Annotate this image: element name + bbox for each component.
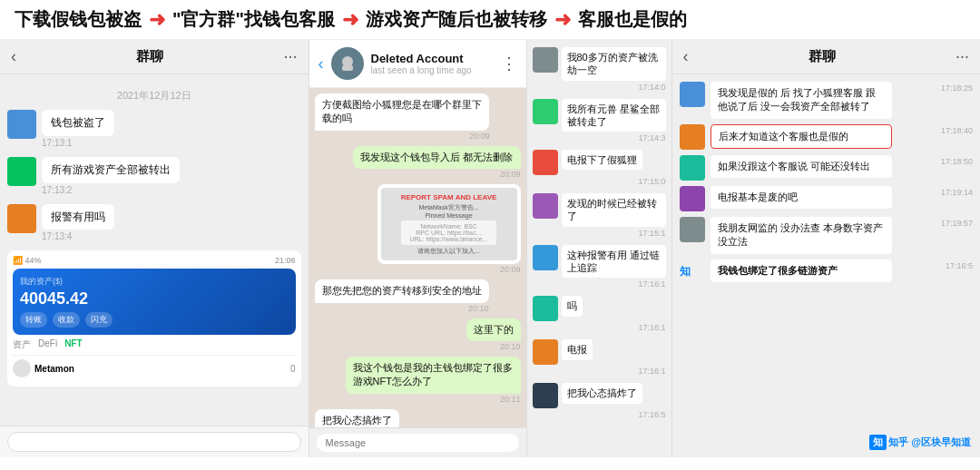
tg-time: 20:10 [315, 304, 489, 313]
avatar [533, 47, 558, 73]
tab-assets[interactable]: 资产 [13, 338, 31, 351]
metamon-name: Metamon [34, 364, 287, 374]
msg-content-wrap: 所有游戏资产全部被转出 17:13:2 [42, 157, 180, 195]
wallet-time: 21:06 [275, 256, 296, 265]
tg-contact-info: Deleted Account last seen a long time ag… [371, 52, 494, 75]
panel-title-right: 群聊 [689, 48, 956, 65]
panel-title-left: 群聊 [16, 48, 283, 65]
avatar [7, 204, 36, 233]
right-body[interactable]: 我发现是假的 后 找了小狐狸客服 跟他说了后 没一会我资产全部被转了 17:18… [672, 74, 981, 457]
tg-bubble: 方便截图给小狐狸您是在哪个群里下载的吗 [315, 93, 490, 131]
mid-time: 17:16:1 [533, 323, 666, 332]
dots-icon-right[interactable]: ··· [956, 47, 969, 66]
tab-defi[interactable]: DeFi [38, 338, 57, 351]
metamask-report: REPORT SPAM AND LEAVE MetaMask官方警告... Pi… [397, 190, 501, 259]
chat-input-left[interactable] [7, 432, 301, 452]
wallet-panel: 我的资产($) 40045.42 转账 收款 闪充 [13, 269, 296, 335]
chat-body-left[interactable]: 2021年12月12日 钱包被盗了 17:13:1 所有游戏资产全部被转出 17… [0, 74, 309, 426]
wallet-actions-row: 转账 收款 闪充 [20, 312, 289, 328]
mid-row: 这种报警有用 通过链上追踪 [533, 245, 666, 279]
tg-msg: 把我心态搞炸了 20:11 [315, 409, 399, 427]
mid-time: 17:16:1 [533, 279, 666, 289]
right-msg-row: 我发现是假的 后 找了小狐狸客服 跟他说了后 没一会我资产全部被转了 17:18… [680, 82, 974, 119]
mid-body[interactable]: 我80多万的资产被洗劫一空 17:14:0 我所有元兽 星鲨全部被转走了 17:… [527, 40, 671, 457]
mid-row: 发现的时候已经被转了 [533, 193, 666, 227]
tg-body[interactable]: 方便截图给小狐狸您是在哪个群里下载的吗 20:09 我发现这个钱包导入后 都无法… [309, 88, 526, 427]
mid-time: 17:14:3 [533, 133, 666, 142]
tg-message-input[interactable] [317, 434, 519, 452]
panel-header-right: ‹ 群聊 ··· [672, 40, 981, 74]
right-time: 17:19:14 [941, 186, 973, 197]
right-msg-wrap: 我朋友网监的 没办法查 本身数字资产没立法 [710, 217, 936, 254]
nft-tabs: 资产 DeFi NFT [13, 335, 296, 356]
ghost-icon [338, 54, 357, 73]
tg-back-icon[interactable]: ‹ [318, 54, 324, 73]
mid-bubble: 我80多万的资产被洗劫一空 [562, 47, 666, 81]
tg-header: ‹ Deleted Account last seen a long time … [309, 40, 526, 88]
avatar [533, 245, 558, 270]
tg-bubble: 这里下的 [466, 318, 521, 341]
tg-time: 20:11 [346, 395, 521, 404]
avatar [7, 110, 36, 139]
msg-time: 17:13:1 [42, 138, 114, 148]
right-bubble-highlight: 后来才知道这个客服也是假的 [710, 124, 892, 149]
right-msg-row: 如果没跟这个客服说 可能还没转出 17:18:50 [680, 155, 974, 181]
transfer-btn[interactable]: 转账 [20, 312, 47, 328]
mid-msg: 发现的时候已经被转了 17:15:1 [533, 193, 666, 238]
right-bubble: 我发现是假的 后 找了小狐狸客服 跟他说了后 没一会我资产全部被转了 [710, 82, 892, 119]
wallet-signal-icon: 📶 44% [13, 256, 42, 265]
mid-row: 我所有元兽 星鲨全部被转走了 [533, 99, 666, 132]
title-bar: 下载假钱包被盗 ➜ "官方群"找钱包客服 ➜ 游戏资产随后也被转移 ➜ 客服也是… [0, 0, 980, 40]
flash-btn[interactable]: 闪充 [85, 312, 113, 328]
avatar [533, 99, 558, 124]
right-msg-wrap: 后来才知道这个客服也是假的 [710, 124, 936, 149]
msg-content-wrap: 钱包被盗了 17:13:1 [42, 110, 114, 148]
avatar [533, 150, 558, 175]
content-area: ‹ 群聊 ··· 2021年12月12日 钱包被盗了 17:13:1 所有游戏资… [0, 40, 980, 457]
right-bubble: 如果没跟这个客服说 可能还没转出 [710, 155, 892, 178]
tg-time: 20:10 [466, 342, 521, 351]
dots-icon-left[interactable]: ··· [283, 47, 297, 66]
tab-nft[interactable]: NFT [64, 338, 82, 351]
tg-menu-icon[interactable]: ⋮ [501, 54, 517, 73]
title-text: 下载假钱包被盗 ➜ "官方群"找钱包客服 ➜ 游戏资产随后也被转移 ➜ 客服也是… [15, 7, 687, 32]
panel-telegram: ‹ Deleted Account last seen a long time … [309, 40, 527, 457]
avatar [680, 217, 705, 242]
panel-right: ‹ 群聊 ··· 我发现是假的 后 找了小狐狸客服 跟他说了后 没一会我资产全部… [672, 40, 981, 457]
panel-mid: 我80多万的资产被洗劫一空 17:14:0 我所有元兽 星鲨全部被转走了 17:… [527, 40, 672, 457]
tg-input-bar [309, 427, 526, 457]
right-time: 17:19:57 [941, 217, 973, 228]
mid-row: 吗 [533, 296, 666, 321]
tg-image-placeholder: REPORT SPAM AND LEAVE MetaMask官方警告... Pi… [381, 188, 517, 260]
panel-wechat-left: ‹ 群聊 ··· 2021年12月12日 钱包被盗了 17:13:1 所有游戏资… [0, 40, 309, 457]
receive-btn[interactable]: 收款 [53, 312, 80, 328]
tg-bubble: 我这个钱包是我的主钱包绑定了很多游戏NFT怎么办了 [346, 357, 521, 394]
msg-row: 所有游戏资产全部被转出 17:13:2 [7, 157, 301, 195]
wallet-asset-label: 我的资产($) [20, 276, 289, 288]
avatar [7, 157, 36, 186]
mid-msg: 吗 17:16:1 [533, 296, 666, 332]
msg-time: 17:13:4 [42, 231, 114, 241]
avatar [680, 155, 705, 181]
right-bubble: 我朋友网监的 没办法查 本身数字资产没立法 [710, 217, 892, 254]
msg-bubble: 钱包被盗了 [42, 110, 114, 136]
tg-msg-image: REPORT SPAM AND LEAVE MetaMask官方警告... Pi… [377, 184, 521, 274]
tg-bubble: 那您先把您的资产转移到安全的地址 [315, 279, 489, 302]
mid-bubble: 把我心态搞炸了 [562, 383, 642, 403]
title-part-2: "官方群"找钱包客服 [172, 7, 335, 32]
tg-msg: 我这个钱包是我的主钱包绑定了很多游戏NFT怎么办了 20:11 [346, 357, 521, 404]
tg-avatar [331, 47, 364, 80]
mid-time: 17:14:0 [533, 83, 666, 92]
right-time: 17:18:50 [941, 155, 973, 166]
avatar [533, 339, 558, 365]
right-time: 17:16:5 [941, 259, 973, 270]
avatar [533, 193, 558, 219]
mid-msg: 电报下了假狐狸 17:15:0 [533, 150, 666, 186]
tg-msg: 我发现这个钱包导入后 都无法删除 20:09 [353, 146, 520, 179]
right-bubble-bold: 我钱包绑定了很多链游资产 [710, 259, 892, 282]
mid-time: 17:15:1 [533, 229, 666, 238]
mid-row: 把我心态搞炸了 [533, 383, 666, 408]
right-msg-row: 电报基本是废的吧 17:19:14 [680, 186, 974, 211]
avatar [680, 82, 705, 107]
tg-time: 20:09 [315, 132, 490, 141]
